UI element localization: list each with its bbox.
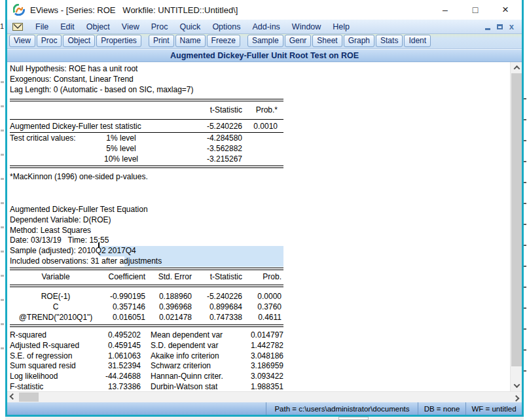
coef-stderr: 0.021478 [145,313,192,323]
child-restore-icon[interactable] [497,24,503,29]
toolbar-name-button[interactable]: Name [175,35,206,47]
stats-row: R-squared 0.495202 Mean dependent var 0.… [10,330,283,341]
scroll-right-button[interactable] [511,392,522,402]
toolbar-graph-button[interactable]: Graph [344,35,374,47]
stat-value: 0.459145 [98,341,141,351]
maximize-button-icon[interactable]: □ [465,5,485,15]
adf-col-prob: Prob.* [242,105,278,116]
view-banner: Augmented Dickey-Fuller Unit Root Test o… [7,49,522,62]
background-document-marks [1,59,4,360]
toolbar-sheet-button[interactable]: Sheet [312,35,342,47]
toolbar-object-button[interactable]: Object [63,35,95,47]
background-left-strip: 1 [0,0,5,420]
menu-edit[interactable]: Edit [54,22,81,31]
text-cursor [98,243,100,248]
critical-level: 10% level [88,154,154,165]
critical-values-block: Test critical values: 1% level -4.284580… [10,133,283,164]
coef-prob: 0.3760 [242,302,282,313]
stat-label: F-statistic [10,382,98,391]
menu-options[interactable]: Options [206,22,246,31]
status-path: Path = c:\users\administrator\documents [266,402,418,415]
critical-row: 5% level -3.562882 [10,144,283,154]
toolbar-proc-button[interactable]: Proc [37,35,62,47]
eviews-logo-icon [13,4,25,16]
child-window-controls: x [485,24,518,30]
stat-label: S.E. of regression [10,351,98,362]
equation-block: Augmented Dickey-Fuller Test Equation De… [10,205,162,267]
method-line: Method: Least Squares [10,226,162,236]
toolbar-genr-button[interactable]: Genr [285,35,312,47]
eviews-window: EViews - [Series: ROE Workfile: UNTITLED… [5,0,524,417]
object-toolbar: View Proc Object Properties Print Name F… [7,34,522,49]
scroll-left-button[interactable] [7,392,18,402]
menu-proc[interactable]: Proc [145,22,174,31]
summary-stats-block: R-squared 0.495202 Mean dependent var 0.… [10,330,283,391]
critical-row: 10% level -3.215267 [10,154,283,165]
stat-value: 3.048186 [249,351,283,362]
toolbar-print-button[interactable]: Print [149,35,174,47]
coef-stderr: 0.396968 [145,302,192,313]
horizontal-scrollbar-thumb[interactable] [19,393,39,402]
background-line-number: 1 [0,22,4,30]
hypothesis-block: Null Hypothesis: ROE has a unit root Exo… [10,64,194,95]
vertical-scrollbar-thumb[interactable] [511,73,522,366]
menu-addins[interactable]: Add-ins [246,22,285,31]
series-object-icon [12,23,23,31]
menu-view[interactable]: View [116,22,145,31]
stat-label: Mean dependent var [151,330,249,341]
child-close-icon[interactable]: x [509,24,514,30]
scroll-down-button[interactable] [511,380,522,391]
stat-value: -44.24688 [98,372,141,382]
table-rule-double [10,268,283,270]
main-area: Null Hypothesis: ROE has a unit root Exo… [7,62,522,391]
adf-stat-p: 0.0010 [242,122,278,132]
stat-label: R-squared [10,330,98,341]
menu-object[interactable]: Object [81,22,116,31]
background-right-strip [524,0,527,420]
horizontal-scrollbar[interactable] [7,391,522,402]
status-bar: Path = c:\users\administrator\documents … [7,402,522,415]
mackinnon-footnote: *MacKinnon (1996) one-sided p-values. [10,172,148,183]
coef-row: @TREND("2010Q1") 0.016051 0.021478 0.747… [10,313,283,323]
toolbar-freeze-button[interactable]: Freeze [207,35,240,47]
coef-prob: 0.0000 [242,292,282,302]
background-document-marks [524,79,526,386]
toolbar-properties-button[interactable]: Properties [96,35,141,47]
menu-file[interactable]: File [29,22,54,31]
equation-title-line: Augmented Dickey-Fuller Test Equation [10,205,162,215]
stat-label: Sum squared resid [10,361,98,372]
adf-table-header: t-Statistic Prob.* [10,105,283,116]
vertical-scrollbar[interactable] [510,62,522,391]
menu-window[interactable]: Window [286,22,327,31]
coef-prob: 0.4611 [242,313,282,323]
coef-variable: @TREND("2010Q1") [10,313,101,323]
coef-stderr: 0.188960 [145,292,192,302]
stat-label: Log likelihood [10,372,98,382]
menu-help[interactable]: Help [327,22,355,31]
stat-value: 0.014797 [249,330,283,341]
stat-value: 0.495202 [98,330,141,341]
child-minimize-icon[interactable] [485,28,490,30]
toolbar-ident-button[interactable]: Ident [404,35,431,47]
toolbar-sample-button[interactable]: Sample [247,35,283,47]
critical-values-label: Test critical values: [10,133,88,144]
stat-value: 3.093422 [249,372,283,382]
chevron-left-icon [10,393,16,400]
minimize-button-icon[interactable]: – [435,5,455,15]
stat-value: 1.442782 [249,341,283,351]
coef-tstat: 0.899684 [192,302,242,313]
chevron-down-icon [513,381,520,388]
stat-value: 3.186959 [249,361,283,372]
critical-row: Test critical values: 1% level -4.284580 [10,133,283,144]
menu-quick[interactable]: Quick [173,22,206,31]
coef-value: 0.357146 [101,302,145,313]
window-title: EViews - [Series: ROE Workfile: UNTITLED… [30,5,238,15]
date-time-line: Date: 03/13/19 Time: 15:55 [10,236,162,246]
coef-col-coefficient: Coefficient [101,272,145,283]
stats-row: Log likelihood -44.24688 Hannan-Quinn cr… [10,372,283,382]
critical-level: 5% level [88,144,154,154]
toolbar-view-button[interactable]: View [9,35,35,47]
scroll-up-button[interactable] [511,62,522,73]
close-button-icon[interactable]: × [496,3,515,16]
toolbar-stats-button[interactable]: Stats [376,35,403,47]
